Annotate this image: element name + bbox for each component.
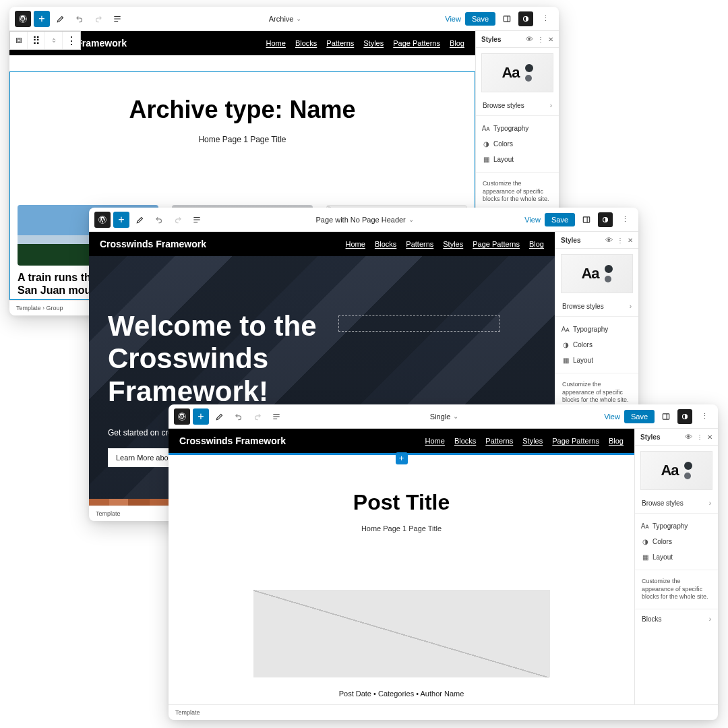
blocks-row[interactable]: Blocks›: [635, 611, 718, 627]
move-icon[interactable]: [45, 32, 63, 49]
wordpress-logo-icon[interactable]: [15, 11, 31, 27]
template-name-dropdown[interactable]: Single ⌄: [287, 413, 601, 421]
undo-icon[interactable]: [151, 212, 167, 228]
more-menu-icon[interactable]: ⋮: [617, 212, 633, 228]
nav-link[interactable]: Blocks: [375, 240, 396, 248]
more-menu-icon[interactable]: ⋮: [696, 408, 712, 425]
eye-icon[interactable]: 👁: [526, 35, 533, 43]
block-type-icon[interactable]: [10, 32, 28, 49]
nav-link[interactable]: Home: [425, 437, 445, 445]
nav-link[interactable]: Page Patterns: [393, 39, 440, 47]
wordpress-logo-icon[interactable]: [94, 212, 111, 228]
eye-icon[interactable]: 👁: [605, 236, 613, 244]
browse-styles-row[interactable]: Browse styles›: [555, 299, 638, 314]
nav-link[interactable]: Blog: [609, 437, 624, 445]
archive-heading[interactable]: Archive type: Name: [9, 96, 475, 124]
site-nav[interactable]: Home Blocks Patterns Styles Page Pattern…: [425, 437, 624, 445]
style-preview[interactable]: Aa: [561, 254, 633, 293]
site-nav[interactable]: Home Blocks Patterns Styles Page Pattern…: [266, 39, 464, 47]
layout-row[interactable]: ▦Layout: [476, 152, 559, 167]
wordpress-logo-icon[interactable]: [174, 408, 190, 425]
nav-link[interactable]: Page Patterns: [552, 437, 599, 445]
styles-toggle-icon[interactable]: [518, 11, 533, 26]
view-link[interactable]: View: [604, 413, 620, 421]
styles-toggle-icon[interactable]: [677, 409, 692, 424]
view-link[interactable]: View: [524, 216, 541, 224]
nav-link[interactable]: Blog: [450, 39, 464, 47]
sidebar-toggle-icon[interactable]: [579, 212, 594, 227]
sidebar-toggle-icon[interactable]: [659, 409, 673, 424]
edit-mode-icon[interactable]: [132, 212, 148, 228]
post-title[interactable]: Post Title: [169, 490, 634, 515]
panel-more-icon[interactable]: ⋮: [696, 433, 703, 441]
browse-styles-row[interactable]: Browse styles ›: [476, 98, 559, 113]
nav-link[interactable]: Styles: [522, 437, 543, 445]
editor-breadcrumb[interactable]: Template: [169, 704, 718, 720]
nav-link[interactable]: Patterns: [326, 39, 354, 47]
typography-row[interactable]: AᴀTypography: [555, 322, 638, 337]
style-preview[interactable]: Aa: [481, 53, 553, 92]
svg-rect-1: [504, 16, 510, 21]
browse-styles-row[interactable]: Browse styles›: [635, 495, 718, 511]
insert-block-button[interactable]: +: [396, 452, 408, 464]
save-button[interactable]: Save: [545, 213, 575, 226]
sidebar-toggle-icon[interactable]: [499, 11, 514, 26]
close-icon[interactable]: ✕: [548, 36, 553, 43]
save-button[interactable]: Save: [465, 12, 495, 26]
colors-row[interactable]: ◑Colors: [635, 534, 718, 549]
panel-more-icon[interactable]: ⋮: [617, 237, 624, 244]
nav-link[interactable]: Styles: [443, 240, 463, 248]
typography-row[interactable]: AᴀTypography: [635, 518, 718, 534]
edit-mode-icon[interactable]: [53, 11, 69, 27]
site-nav[interactable]: Home Blocks Patterns Styles Page Pattern…: [346, 240, 544, 248]
drag-handle-icon[interactable]: ⠿: [28, 32, 45, 49]
add-block-button[interactable]: +: [193, 408, 209, 425]
style-preview[interactable]: Aa: [640, 451, 712, 490]
list-view-icon[interactable]: [268, 408, 284, 425]
nav-link[interactable]: Patterns: [406, 240, 433, 248]
nav-link[interactable]: Patterns: [485, 437, 513, 445]
nav-link[interactable]: Home: [266, 39, 286, 47]
list-view-icon[interactable]: [109, 11, 125, 27]
undo-icon[interactable]: [71, 11, 88, 27]
floating-block-toolbar[interactable]: ⠿ ⋮: [9, 31, 81, 50]
redo-icon[interactable]: [170, 212, 186, 228]
block-more-icon[interactable]: ⋮: [63, 32, 80, 49]
styles-help-text: Customize the appearance of specific blo…: [635, 572, 718, 607]
layout-row[interactable]: ▦Layout: [635, 549, 718, 565]
add-block-button[interactable]: +: [113, 212, 129, 228]
colors-row[interactable]: ◑Colors: [555, 337, 638, 353]
eye-icon[interactable]: 👁: [685, 433, 692, 441]
close-icon[interactable]: ✕: [628, 237, 633, 244]
list-view-icon[interactable]: [189, 212, 205, 228]
add-block-button[interactable]: +: [34, 11, 50, 27]
edit-mode-icon[interactable]: [212, 408, 228, 425]
editor-canvas[interactable]: Crosswinds Framework Home Blocks Pattern…: [169, 429, 634, 704]
more-menu-icon[interactable]: ⋮: [537, 11, 553, 27]
typography-row[interactable]: AᴀTypography: [476, 121, 559, 136]
redo-icon[interactable]: [90, 11, 107, 27]
colors-row[interactable]: ◑Colors: [476, 136, 559, 152]
redo-icon[interactable]: [249, 408, 266, 425]
template-name-dropdown[interactable]: Page with No Page Header ⌄: [208, 216, 522, 224]
styles-toggle-icon[interactable]: [598, 212, 613, 227]
colors-icon: ◑: [642, 539, 648, 545]
chevron-right-icon: ›: [709, 615, 711, 623]
panel-more-icon[interactable]: ⋮: [537, 36, 544, 43]
empty-paragraph-placeholder[interactable]: [338, 315, 500, 332]
nav-link[interactable]: Blog: [529, 240, 544, 248]
nav-link[interactable]: Page Patterns: [473, 240, 520, 248]
nav-link[interactable]: Blocks: [454, 437, 476, 445]
template-name-dropdown[interactable]: Archive ⌄: [128, 15, 442, 23]
nav-link[interactable]: Blocks: [295, 39, 317, 47]
featured-image-placeholder[interactable]: [253, 590, 550, 677]
nav-link[interactable]: Home: [346, 240, 365, 248]
view-link[interactable]: View: [445, 15, 461, 23]
browse-styles-label: Browse styles: [562, 303, 604, 310]
save-button[interactable]: Save: [624, 410, 655, 423]
undo-icon[interactable]: [231, 408, 247, 425]
block-insertion-line[interactable]: +: [169, 453, 634, 456]
nav-link[interactable]: Styles: [363, 39, 384, 47]
layout-row[interactable]: ▦Layout: [555, 353, 638, 368]
close-icon[interactable]: ✕: [707, 433, 712, 441]
